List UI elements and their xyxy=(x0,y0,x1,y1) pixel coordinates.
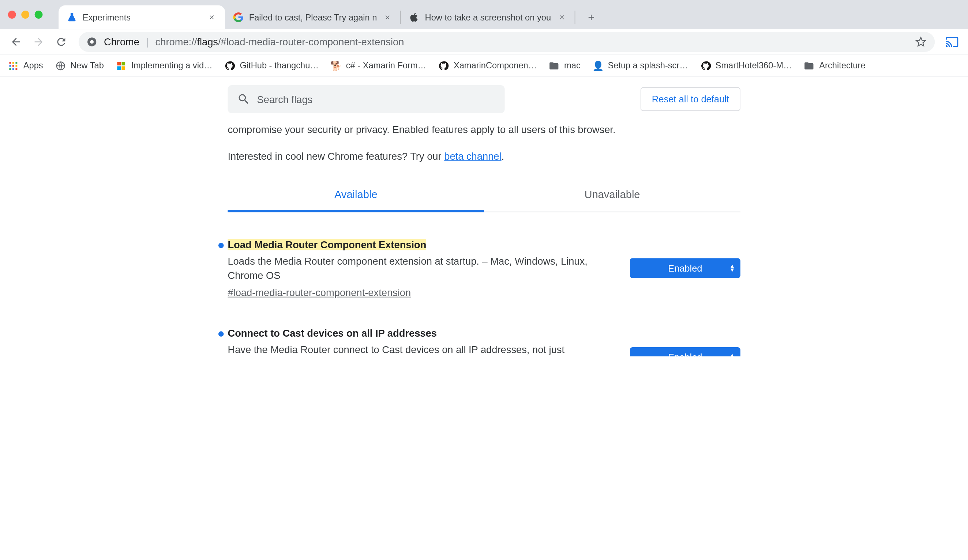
minimize-window-button[interactable] xyxy=(21,11,29,19)
bookmark-item[interactable]: New Tab xyxy=(55,60,104,71)
bookmark-icon xyxy=(804,60,814,71)
bookmark-item[interactable]: 👤Setup a splash-scr… xyxy=(593,60,688,71)
bookmark-icon xyxy=(55,60,65,71)
flag-state-select[interactable]: Enabled▴▾ xyxy=(630,347,741,357)
tab-favicon-icon xyxy=(409,12,419,23)
cast-icon xyxy=(945,35,958,48)
close-icon xyxy=(385,14,391,20)
tab-unavailable[interactable]: Unavailable xyxy=(484,180,741,211)
bookmark-item[interactable]: mac xyxy=(549,60,580,71)
bookmark-item[interactable]: Apps xyxy=(8,60,43,71)
reload-button[interactable] xyxy=(52,32,71,51)
flags-tabs: Available Unavailable xyxy=(227,180,740,212)
close-icon xyxy=(558,14,565,20)
bookmark-icon xyxy=(549,60,559,71)
forward-button[interactable] xyxy=(29,32,48,51)
search-icon xyxy=(237,93,250,106)
svg-rect-10 xyxy=(15,68,17,69)
chevron-updown-icon: ▴▾ xyxy=(731,353,734,357)
bookmark-label: SmartHotel360-M… xyxy=(716,61,792,71)
tab-title: How to take a screenshot on you xyxy=(425,12,551,22)
chrome-page-icon xyxy=(87,36,97,47)
window-controls xyxy=(8,11,43,19)
tab-favicon-icon xyxy=(233,12,244,23)
flag-item: Connect to Cast devices on all IP addres… xyxy=(227,327,740,357)
window-tab-strip: ExperimentsFailed to cast, Please Try ag… xyxy=(0,0,968,29)
bookmark-label: Architecture xyxy=(819,61,865,71)
omnibox-prefix: Chrome xyxy=(104,36,139,47)
tab-title: Failed to cast, Please Try again n xyxy=(249,12,377,22)
modified-dot-icon xyxy=(219,242,224,248)
modified-dot-icon xyxy=(219,331,224,337)
svg-rect-14 xyxy=(117,66,121,69)
bookmark-item[interactable]: Implementing a vid… xyxy=(116,60,212,71)
cast-button[interactable] xyxy=(943,32,961,51)
svg-rect-9 xyxy=(12,68,14,69)
plus-icon xyxy=(587,13,595,22)
browser-tab[interactable]: Failed to cast, Please Try again n xyxy=(225,5,401,30)
flag-anchor-link[interactable]: #load-media-router-component-extension xyxy=(227,287,411,298)
bookmark-label: GitHub - thangchu… xyxy=(240,61,319,71)
tab-available[interactable]: Available xyxy=(227,180,484,212)
bookmark-icon xyxy=(225,60,235,71)
bookmarks-bar: AppsNew TabImplementing a vid…GitHub - t… xyxy=(0,55,968,77)
svg-rect-13 xyxy=(121,61,125,65)
warning-text: compromise your security or privacy. Ena… xyxy=(227,122,740,137)
svg-rect-4 xyxy=(15,61,17,63)
flag-description: Have the Media Router connect to Cast de… xyxy=(227,342,614,357)
bookmark-label: Apps xyxy=(23,61,43,71)
star-icon[interactable] xyxy=(915,35,927,48)
svg-rect-15 xyxy=(121,66,125,69)
reset-all-button[interactable]: Reset all to default xyxy=(641,87,741,111)
bookmark-item[interactable]: Architecture xyxy=(804,60,865,71)
bookmark-item[interactable]: XamarinComponen… xyxy=(438,60,537,71)
flag-title: Connect to Cast devices on all IP addres… xyxy=(227,327,437,339)
select-value: Enabled xyxy=(668,263,703,273)
bookmark-item[interactable]: 🐕c# - Xamarin Form… xyxy=(331,60,426,71)
maximize-window-button[interactable] xyxy=(35,11,43,19)
flags-list: Load Media Router Component ExtensionLoa… xyxy=(227,212,740,357)
close-window-button[interactable] xyxy=(8,11,16,19)
svg-rect-8 xyxy=(9,68,11,69)
flag-state-select[interactable]: Enabled▴▾ xyxy=(630,258,741,279)
bookmark-icon xyxy=(700,60,711,71)
omnibox-url: chrome://flags/#load-media-router-compon… xyxy=(156,36,404,47)
svg-rect-2 xyxy=(9,61,11,63)
close-tab-button[interactable] xyxy=(206,12,217,23)
search-flags-input[interactable]: Search flags xyxy=(227,85,504,113)
svg-rect-12 xyxy=(117,61,121,65)
bookmark-label: mac xyxy=(564,61,580,71)
browser-tab[interactable]: How to take a screenshot on you xyxy=(401,5,575,30)
close-tab-button[interactable] xyxy=(382,12,393,23)
search-placeholder: Search flags xyxy=(257,94,313,105)
bookmark-icon xyxy=(8,60,19,71)
bookmark-icon: 🐕 xyxy=(331,60,341,71)
chevron-updown-icon: ▴▾ xyxy=(731,264,734,273)
back-button[interactable] xyxy=(7,32,25,51)
beta-channel-link[interactable]: beta channel xyxy=(444,150,501,162)
flag-description: Loads the Media Router component extensi… xyxy=(227,254,614,282)
bookmark-icon xyxy=(116,60,127,71)
svg-rect-3 xyxy=(12,61,14,63)
close-tab-button[interactable] xyxy=(557,12,567,23)
reload-icon xyxy=(55,35,67,48)
bookmark-label: New Tab xyxy=(70,61,104,71)
arrow-right-icon xyxy=(33,35,45,48)
bookmark-label: c# - Xamarin Form… xyxy=(346,61,426,71)
select-value: Enabled xyxy=(668,352,703,357)
bookmark-label: Setup a splash-scr… xyxy=(608,61,688,71)
beta-channel-text: Interested in cool new Chrome features? … xyxy=(227,149,740,164)
bookmark-label: XamarinComponen… xyxy=(454,61,537,71)
bookmark-label: Implementing a vid… xyxy=(131,61,212,71)
address-bar[interactable]: Chrome | chrome://flags/#load-media-rout… xyxy=(79,31,935,51)
bookmark-item[interactable]: SmartHotel360-M… xyxy=(700,60,792,71)
bookmark-icon: 👤 xyxy=(593,60,603,71)
close-icon xyxy=(209,14,215,20)
tab-favicon-icon xyxy=(66,12,77,23)
bookmark-item[interactable]: GitHub - thangchu… xyxy=(225,60,319,71)
svg-rect-6 xyxy=(12,65,14,66)
svg-rect-5 xyxy=(9,65,11,66)
bookmark-icon xyxy=(438,60,449,71)
new-tab-button[interactable] xyxy=(582,8,600,27)
browser-tab[interactable]: Experiments xyxy=(58,5,225,30)
